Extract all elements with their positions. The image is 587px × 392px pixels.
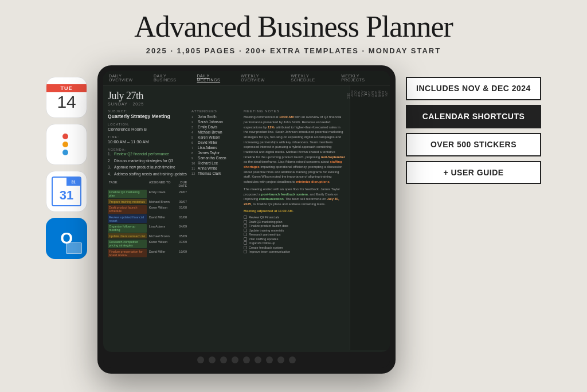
time-label: TIME:	[108, 135, 188, 139]
tablet-bottom-bar	[103, 352, 390, 368]
dot-red	[62, 134, 68, 139]
nav-weekly-schedule[interactable]: WEEKLY SCHEDULE	[291, 74, 334, 82]
attendee-12: 12Thomas Clark	[191, 171, 240, 175]
agenda-item-4: 4. Address staffing needs and training u…	[108, 172, 188, 177]
cal-day: TUE	[46, 84, 87, 92]
location-value: Conference Room B	[108, 127, 188, 132]
feature-box-guide-text: + USER GUIDE	[416, 168, 531, 178]
bottom-icon-7	[266, 356, 273, 363]
sidebar-labels: JAN FEB MAR APR MAY JUN JUL AUG SEP OCT …	[352, 91, 388, 101]
attendee-10: 10Richard Lee	[191, 161, 240, 165]
tablet-screen: DAILY OVERVIEW DAILY BUSINESS DAILY MEET…	[103, 71, 390, 352]
attendee-4: 4Michael Brown	[191, 130, 240, 134]
attendees-label: ATTENDEES	[191, 109, 240, 113]
attendee-1: 1John Smith	[191, 115, 240, 119]
attendee-7: 7Lisa Adams	[191, 146, 240, 150]
task-row-5: Organize follow-up meeting Lisa Adams 04…	[108, 224, 188, 233]
bottom-icon-8	[277, 356, 284, 363]
attendee-6: 6David Miller	[191, 140, 240, 144]
nav-weekly-projects[interactable]: WEEKLY PROJECTS	[341, 74, 384, 82]
nav-weekly-overview[interactable]: WEEKLY OVERVIEW	[241, 74, 284, 82]
bottom-icon-5	[243, 356, 250, 363]
attendees-col: ATTENDEES 1John Smith 2Sarah Johnson 3Em…	[191, 109, 240, 342]
task-row-8: Finalize presentation for board review D…	[108, 249, 188, 257]
agenda-item-2: 2 Discuss marketing strategies for Q3	[108, 159, 188, 163]
content-area: TUE 14 31 31 O	[0, 60, 587, 374]
notes-col: MEETING NOTES Meeting commenced at 10:00…	[244, 109, 345, 342]
feature-box-nov-dec: INCLUDES NOV & DEC 2024	[406, 77, 541, 100]
notes-text: Meeting commenced at 10:00 AM with an ov…	[244, 115, 345, 185]
nav-daily-business[interactable]: DAILY BUSINESS	[154, 74, 190, 82]
subject-label: SUBJECT:	[108, 109, 188, 113]
bottom-icon-1	[197, 356, 204, 363]
attendee-9: 9Samantha Green	[191, 156, 240, 160]
agenda-label: AGENDA:	[108, 148, 188, 151]
task-row-3: Draft product launch schedule Karen Wils…	[108, 205, 188, 214]
bottom-icon-2	[209, 356, 216, 363]
attendee-3: 3Emily Davis	[191, 125, 240, 129]
dot-blue	[62, 150, 68, 155]
outlook-app-icon[interactable]: O	[46, 218, 87, 259]
notes-footer: Meeting adjourned at 11:30 AM.	[244, 209, 345, 214]
dot-yellow	[62, 142, 68, 147]
gcal-top-left	[53, 178, 66, 186]
subtitle: 2025 · 1,905 PAGES · 200+ EXTRA TEMPLATE…	[0, 46, 587, 55]
main-title: Advanced Business Planner	[0, 10, 587, 43]
meeting-details-col: SUBJECT: Quarterly Strategy Meeting LOCA…	[108, 109, 188, 342]
task-row-1: Finalize Q3 marketing plan Emily Davis 2…	[108, 190, 188, 198]
bottom-icon-9	[289, 356, 296, 363]
attendee-8: 8James Taylor	[191, 151, 240, 155]
left-icons: TUE 14 31 31 O	[46, 77, 87, 259]
location-label: LOCATION:	[108, 123, 188, 126]
cal-date: 14	[57, 92, 76, 111]
attendee-2: 2Sarah Johnson	[191, 120, 240, 124]
feature-box-calendar-shortcuts: CALENDAR SHORTCUTS	[406, 105, 541, 128]
right-feature-boxes: INCLUDES NOV & DEC 2024 CALENDAR SHORTCU…	[406, 77, 541, 184]
tablet-nav: DAILY OVERVIEW DAILY BUSINESS DAILY MEET…	[103, 71, 390, 85]
time-value: 10:00 AM – 11:30 AM	[108, 139, 188, 144]
main-area: July 27th SUNDAY · 2025 SUBJECT: Quarter…	[103, 85, 350, 350]
outlook-letter: O	[60, 229, 73, 248]
agenda-item-3: 3. Approve new product launch timeline	[108, 165, 188, 170]
subject-value: Quarterly Strategy Meeting	[108, 113, 188, 119]
tasks-app-icon[interactable]	[46, 124, 87, 165]
gcal-app-icon[interactable]: 31 31	[46, 171, 87, 212]
task-row-2: Prepare training materials Michael Brown…	[108, 199, 188, 204]
bottom-icon-4	[232, 356, 238, 363]
page-header: Advanced Business Planner 2025 · 1,905 P…	[0, 0, 587, 60]
notes-label: MEETING NOTES	[244, 109, 345, 113]
task-row-7: Research competitor pricing strategies K…	[108, 240, 188, 248]
feature-box-nov-dec-text: INCLUDES NOV & DEC 2024	[416, 84, 531, 93]
bottom-icon-3	[220, 356, 227, 363]
gcal-number: 31	[60, 188, 73, 203]
nav-daily-meetings[interactable]: DAILY MEETINGS	[197, 74, 234, 82]
right-sidebar: JAN FEB MAR APR MAY JUN JUL AUG SEP OCT …	[350, 85, 390, 350]
feature-box-stickers: OVER 500 STICKERS	[406, 133, 541, 156]
attendee-11: 11Anna White	[191, 166, 240, 170]
task-row-4: Review updated financial report David Mi…	[108, 214, 188, 223]
notes-text-2: The meeting ended with an open floor for…	[244, 187, 345, 207]
calendar-app-icon[interactable]: TUE 14	[46, 77, 87, 118]
screen-content: July 27th SUNDAY · 2025 SUBJECT: Quarter…	[103, 85, 390, 350]
checklist: Review Q2 Financials Draft Q3 marketing …	[244, 215, 345, 253]
date-sub: SUNDAY · 2025	[108, 102, 345, 106]
gcal-top-right: 31	[66, 178, 80, 186]
feature-box-user-guide: + USER GUIDE	[406, 161, 541, 185]
feature-box-calendar-text: CALENDAR SHORTCUTS	[416, 112, 531, 121]
agenda-item-1: 1. Review Q2 financial performance	[108, 152, 188, 156]
tablet-mockup: DAILY OVERVIEW DAILY BUSINESS DAILY MEET…	[97, 65, 396, 374]
attendee-5: 5Karen Wilson	[191, 135, 240, 139]
bottom-icon-6	[255, 356, 261, 363]
date-header: July 27th	[108, 90, 345, 102]
feature-box-stickers-text: OVER 500 STICKERS	[416, 140, 531, 150]
task-row-6: Update client outreach list Michael Brow…	[108, 233, 188, 238]
meeting-grid: SUBJECT: Quarterly Strategy Meeting LOCA…	[108, 109, 345, 342]
nav-daily-overview[interactable]: DAILY OVERVIEW	[109, 74, 147, 82]
